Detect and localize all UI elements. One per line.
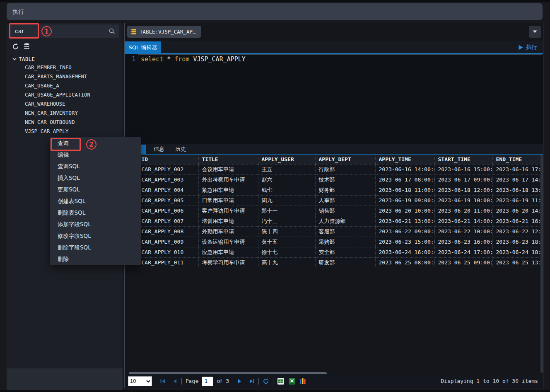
line-number: 1 (125, 55, 135, 62)
export-excel-icon[interactable] (277, 377, 285, 385)
tree-root-table[interactable]: TABLE (12, 54, 35, 63)
table-cell: 考察学习用车申请 (198, 257, 258, 268)
menu-item-删除表SQL[interactable]: 删除表SQL (50, 207, 141, 218)
table-row[interactable]: CAR_APPLY_004紧急用车申请钱七财务部2023-06-18 11:00… (125, 185, 541, 195)
menu-item-删除[interactable]: 删除 (50, 253, 141, 265)
page-size-select[interactable]: 10 (128, 376, 152, 386)
menu-item-创建表SQL[interactable]: 创建表SQL (50, 195, 141, 207)
table-cell: 客服部 (315, 226, 375, 237)
table-cell: 日常用车申请 (198, 195, 258, 206)
column-header-title[interactable]: TITLE (198, 155, 258, 164)
table-row[interactable]: CAR_APPLY_006客户拜访用车申请郑十一销售部2023-06-20 10… (125, 206, 541, 216)
table-cell: 2023-06-22 09:00:00 (375, 226, 434, 237)
tree-item-car_member_info[interactable]: CAR_MEMBER_INFO (25, 63, 90, 72)
refresh-grid-icon[interactable] (263, 378, 269, 385)
window-bottom-strip (0, 390, 550, 392)
table-row[interactable]: CAR_APPLY_007培训用车申请冯十三人力资源部2023-06-21 13… (125, 216, 541, 226)
column-header-end_time[interactable]: END_TIME (492, 155, 541, 164)
sql-editor-area[interactable]: 1 select * from VJSP_CAR_APPLY (125, 54, 543, 144)
table-cell: 2023-06-19 09:00:00 (375, 195, 434, 206)
annotation-box-1 (9, 23, 39, 39)
next-page-icon[interactable] (237, 378, 243, 384)
table-cell: 2023-06-17 09:00:00 (434, 174, 492, 185)
sidebar-toolbar (12, 43, 31, 51)
menu-item-添加字段SQL[interactable]: 添加字段SQL (50, 218, 141, 230)
table-cell: 2023-06-23 18:00:00 (492, 237, 541, 247)
table-cell: 2023-06-17 14:00:00 (492, 174, 541, 185)
menu-item-修改字段SQL[interactable]: 修改字段SQL (50, 230, 141, 242)
table-cell: CAR_APPLY_006 (138, 206, 198, 216)
of-word: of (217, 378, 222, 384)
tree-item-car_usage_a[interactable]: CAR_USAGE_A (25, 81, 90, 90)
table-cell: 2023-06-25 13:00:00 (492, 257, 541, 268)
tree-item-car_parts_management[interactable]: CAR_PARTS_MANAGEMENT (25, 72, 90, 81)
export-xls-icon[interactable] (288, 377, 296, 385)
table-row[interactable]: CAR_APPLY_002会议用车申请王五行政部2023-06-16 14:00… (125, 164, 541, 174)
table-cell: 王五 (258, 164, 315, 174)
grid-header: IDTITLEAPPLY_USERAPPLY_DEPTAPPLY_TIMESTA… (125, 155, 541, 164)
table-cell: 2023-06-22 12:00:00 (492, 226, 541, 237)
tree-item-car_warehouse[interactable]: CAR_WAREHOUSE (25, 99, 90, 109)
collapse-dropdown-button[interactable] (529, 26, 541, 38)
column-header-apply_user[interactable]: APPLY_USER (258, 155, 315, 164)
table-cell: 2023-06-20 14:00:00 (492, 206, 541, 216)
table-cell: 安全部 (315, 247, 375, 257)
table-row[interactable]: CAR_APPLY_003外出考察用车申请赵六技术部2023-06-17 08:… (125, 174, 541, 185)
table-cell: 2023-06-16 14:00:00 (375, 164, 434, 174)
top-header-bar: 执行 (7, 3, 543, 20)
table-cell: CAR_APPLY_004 (138, 185, 198, 195)
pager-status-text: Displaying 1 to 10 of 30 items (441, 378, 538, 384)
table-cell: 外出考察用车申请 (198, 174, 258, 185)
tab-sql-editor[interactable]: SQL 编辑器 (125, 41, 161, 54)
table-cell: 2023-06-25 08:00:00 (375, 257, 434, 268)
object-tab-chip[interactable]: TABLE:VJSP_CAR_AP… (127, 26, 201, 38)
tree-item-vjsp_car_apply[interactable]: VJSP_CAR_APPLY (25, 127, 90, 136)
table-cell: 2023-06-20 10:00:00 (375, 206, 434, 216)
search-icon[interactable] (109, 28, 115, 34)
last-page-icon[interactable] (249, 378, 255, 384)
page-number-input[interactable] (202, 377, 213, 386)
table-cell: 财务部 (315, 185, 375, 195)
tab-历史[interactable]: 历史 (171, 145, 190, 154)
sql-star: * (167, 56, 171, 63)
table-cell: 研发部 (315, 257, 375, 268)
tab-信息[interactable]: 信息 (150, 145, 169, 154)
window-top-strip (0, 0, 550, 2)
menu-item-更新SQL[interactable]: 更新SQL (50, 184, 141, 195)
sql-code-line[interactable]: select * from VJSP_CAR_APPLY (138, 54, 542, 64)
header-title: 执行 (12, 8, 24, 15)
table-cell: 培训用车申请 (198, 216, 258, 226)
prev-page-icon[interactable] (172, 378, 178, 384)
table-cell: 行政部 (315, 164, 375, 174)
tree-item-car_usage_application[interactable]: CAR_USAGE_APPLICATION (25, 90, 90, 99)
menu-item-查询SQL[interactable]: 查询SQL (50, 160, 141, 172)
column-header-apply_dept[interactable]: APPLY_DEPT (315, 155, 375, 164)
table-row[interactable]: CAR_APPLY_005日常用车申请周九人事部2023-06-19 09:00… (125, 195, 541, 206)
chevron-down-icon[interactable] (12, 58, 17, 60)
sql-keyword-from: from (174, 56, 189, 63)
column-header-apply_time[interactable]: APPLY_TIME (375, 155, 434, 164)
table-row[interactable]: CAR_APPLY_010应急用车申请徐十七安全部2023-06-24 16:0… (125, 247, 541, 257)
table-row[interactable]: CAR_APPLY_008外勤用车申请陈十四客服部2023-06-22 09:0… (125, 226, 541, 237)
table-cell: 2023-06-18 11:00:00 (375, 185, 434, 195)
refresh-icon[interactable] (12, 43, 19, 51)
table-cell: 客户拜访用车申请 (198, 206, 258, 216)
chart-columns-icon[interactable] (299, 377, 306, 385)
tree-item-new_car_inventory[interactable]: NEW_CAR_INVENTORY (25, 109, 90, 118)
table-tree-list: CAR_MEMBER_INFOCAR_PARTS_MANAGEMENTCAR_U… (25, 63, 90, 136)
table-row[interactable]: CAR_APPLY_011考察学习用车申请高十九研发部2023-06-25 08… (125, 257, 541, 268)
vertical-scrollbar[interactable] (540, 155, 543, 373)
menu-item-插入SQL[interactable]: 插入SQL (50, 172, 141, 184)
menu-item-删除字段SQL[interactable]: 删除字段SQL (50, 242, 141, 253)
table-cell: 紧急用车申请 (198, 185, 258, 195)
run-sql-button[interactable]: 执行 (519, 44, 537, 51)
first-page-icon[interactable] (160, 378, 166, 384)
database-icon[interactable] (23, 43, 31, 51)
table-cell: 2023-06-21 13:00:00 (375, 216, 434, 226)
column-header-start_time[interactable]: START_TIME (434, 155, 492, 164)
table-row[interactable]: CAR_APPLY_009设备运输用车申请黄十五采购部2023-06-23 15… (125, 237, 541, 247)
tree-item-new_car_outbound[interactable]: NEW_CAR_OUTBOUND (25, 118, 90, 127)
column-header-id[interactable]: ID (138, 155, 198, 164)
object-chip-label: TABLE:VJSP_CAR_AP… (140, 29, 195, 35)
table-cell: 2023-06-22 10:00:00 (434, 226, 492, 237)
